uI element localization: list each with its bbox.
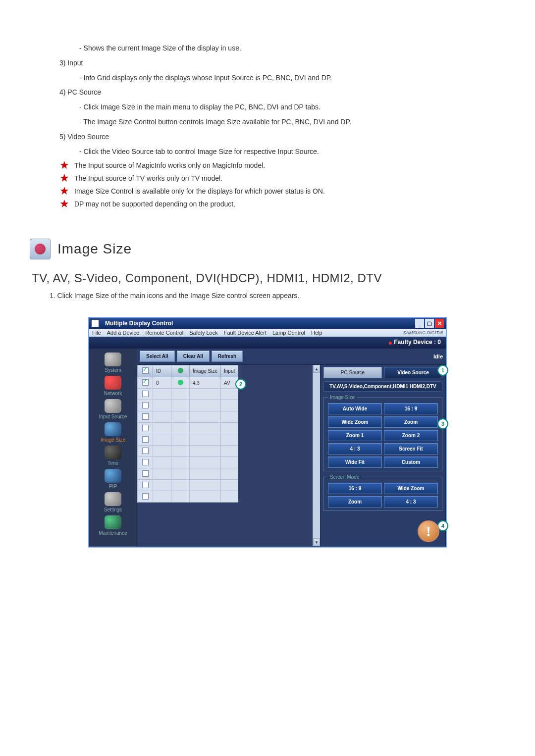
sidebar-item-maintenance[interactable]: Maintenance <box>99 515 127 536</box>
clear-all-button[interactable]: Clear All <box>177 351 210 362</box>
scroll-down-icon[interactable]: ▼ <box>313 538 320 546</box>
image-size-icon <box>105 422 121 436</box>
btn-sm-4-3[interactable]: 4 : 3 <box>384 496 438 507</box>
table-row[interactable] <box>138 389 238 400</box>
section-title: Image Size <box>57 241 132 257</box>
sidebar-item-label: Image Size <box>101 437 125 443</box>
table-row[interactable] <box>138 491 238 503</box>
section-subhead: TV, AV, S-Video, Component, DVI(HDCP), H… <box>32 271 505 285</box>
col-status[interactable] <box>171 365 190 377</box>
sidebar-item-label: Maintenance <box>99 530 127 536</box>
table-row[interactable] <box>138 434 238 446</box>
menu-remote-control[interactable]: Remote Control <box>145 330 183 336</box>
btn-sm-wide-zoom[interactable]: Wide Zoom <box>384 483 438 494</box>
table-row[interactable] <box>138 400 238 411</box>
checkbox-icon[interactable] <box>142 493 149 500</box>
checkbox-icon[interactable] <box>142 436 149 443</box>
minimize-button[interactable]: _ <box>415 319 424 328</box>
star-icon: ★ <box>59 173 69 183</box>
sidebar-item-system[interactable]: System <box>105 353 121 373</box>
btn-auto-wide[interactable]: Auto Wide <box>328 403 382 414</box>
btn-4-3[interactable]: 4 : 3 <box>328 443 382 454</box>
callout-1: 1 <box>437 365 448 376</box>
btn-16-9[interactable]: 16 : 9 <box>384 403 438 414</box>
select-all-button[interactable]: Select All <box>140 351 175 362</box>
status-dot-icon <box>178 368 183 373</box>
tab-pc-source[interactable]: PC Source <box>323 367 382 378</box>
note-text: Image Size Control is available only for… <box>74 186 325 195</box>
btn-zoom1[interactable]: Zoom 1 <box>328 430 382 441</box>
checkbox-icon[interactable] <box>142 413 149 420</box>
input-source-icon <box>105 399 121 413</box>
table-row[interactable] <box>138 411 238 423</box>
btn-zoom[interactable]: Zoom <box>384 416 438 428</box>
warning-dot-icon: ● <box>388 339 392 347</box>
checkbox-icon[interactable] <box>142 425 149 431</box>
refresh-button[interactable]: Refresh <box>212 351 243 362</box>
tab-video-source[interactable]: Video Source <box>384 367 442 378</box>
faulty-device-label: Faulty Device : 0 <box>394 339 441 346</box>
checkbox-icon[interactable] <box>142 482 149 488</box>
checkbox-icon[interactable] <box>142 379 149 386</box>
maintenance-icon <box>105 515 121 529</box>
btn-zoom2[interactable]: Zoom 2 <box>384 430 438 441</box>
btn-sm-zoom[interactable]: Zoom <box>328 496 382 507</box>
sidebar-item-pip[interactable]: PIP <box>105 469 121 489</box>
close-button[interactable]: ✕ <box>435 319 444 328</box>
menu-safety-lock[interactable]: Safety Lock <box>189 330 217 336</box>
app-window: Multiple Display Control _ ▢ ✕ File Add … <box>88 317 447 548</box>
table-row[interactable] <box>138 423 238 434</box>
col-check[interactable] <box>138 365 153 377</box>
menu-help[interactable]: Help <box>311 330 322 336</box>
table-row[interactable] <box>138 480 238 491</box>
settings-icon <box>105 492 121 506</box>
sidebar-item-label: Settings <box>104 507 122 512</box>
checkbox-icon[interactable] <box>142 448 149 454</box>
doc-item: 3) Input <box>30 57 505 69</box>
table-row[interactable]: 0 4:3 AV <box>138 377 238 389</box>
brand-label: SAMSUNG DIGITall <box>403 330 443 335</box>
menu-add-device[interactable]: Add a Device <box>107 330 139 336</box>
maximize-button[interactable]: ▢ <box>425 319 434 328</box>
sidebar-item-settings[interactable]: Settings <box>104 492 122 512</box>
table-row[interactable] <box>138 446 238 457</box>
sidebar-item-time[interactable]: Time <box>105 446 121 466</box>
btn-wide-fit[interactable]: Wide Fit <box>328 456 382 468</box>
note-text: The Input source of MagicInfo works only… <box>74 160 265 169</box>
star-icon: ★ <box>59 199 69 209</box>
menu-file[interactable]: File <box>92 330 101 336</box>
btn-custom[interactable]: Custom <box>384 456 438 468</box>
time-icon <box>105 446 121 459</box>
checkbox-icon[interactable] <box>142 459 149 465</box>
image-size-legend: Image Size <box>328 395 357 400</box>
table-row[interactable] <box>138 457 238 468</box>
titlebar: Multiple Display Control _ ▢ ✕ <box>89 318 446 329</box>
col-input[interactable]: Input <box>221 365 238 377</box>
note-text: The Input source of TV works only on TV … <box>74 173 222 182</box>
checkbox-icon[interactable] <box>142 402 149 408</box>
btn-wide-zoom[interactable]: Wide Zoom <box>328 416 382 428</box>
doc-item: 4) PC Source <box>30 87 505 99</box>
pip-icon <box>105 469 121 483</box>
app-icon <box>91 319 99 327</box>
doc-line: - Info Grid displays only the displays w… <box>30 72 505 84</box>
checkbox-icon[interactable] <box>142 391 149 397</box>
sidebar-item-image-size[interactable]: Image Size <box>101 422 125 443</box>
sidebar-item-label: PIP <box>109 484 117 489</box>
btn-sm-16-9[interactable]: 16 : 9 <box>328 483 382 494</box>
status-dot-icon <box>178 380 183 385</box>
screen-mode-fieldset: Screen Mode 16 : 9 Wide Zoom Zoom 4 : 3 <box>323 474 442 511</box>
table-scrollbar[interactable]: ▲ ▼ <box>313 365 320 546</box>
col-image-size[interactable]: Image Size <box>190 365 221 377</box>
system-icon <box>105 353 121 366</box>
scroll-up-icon[interactable]: ▲ <box>313 365 320 373</box>
col-id[interactable]: ID <box>153 365 171 377</box>
sidebar-item-network[interactable]: Network <box>104 376 122 396</box>
menubar: File Add a Device Remote Control Safety … <box>89 329 446 337</box>
sidebar-item-input-source[interactable]: Input Source <box>99 399 127 419</box>
btn-screen-fit[interactable]: Screen Fit <box>384 443 438 454</box>
checkbox-icon[interactable] <box>142 470 149 477</box>
menu-lamp-control[interactable]: Lamp Control <box>272 330 305 336</box>
menu-fault-alert[interactable]: Fault Device Alert <box>224 330 267 336</box>
table-row[interactable] <box>138 468 238 480</box>
